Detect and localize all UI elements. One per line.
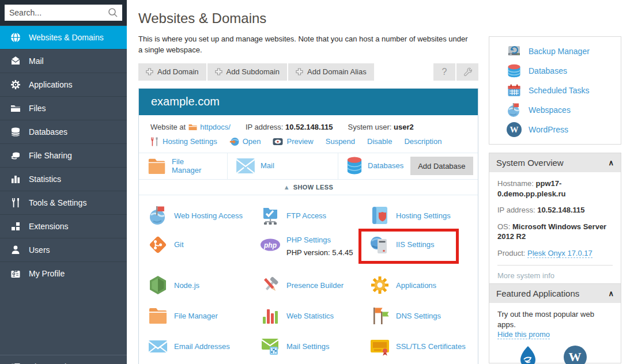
shortcut-label: Databases <box>529 66 567 75</box>
open-label: Open <box>243 137 261 146</box>
sidebar-item-extensions[interactable]: Extensions <box>0 214 127 238</box>
sidebar-item-mail[interactable]: Mail <box>0 49 127 73</box>
envelope-blue-icon <box>148 336 168 357</box>
sidebar-item-file-sharing[interactable]: File Sharing <box>0 143 127 167</box>
website-at-label: Website at <box>150 123 186 131</box>
database-color-icon <box>346 156 363 176</box>
grid-item-ftp-access[interactable]: FTP Access <box>260 200 369 231</box>
description-label: Description <box>404 137 441 146</box>
grid-item-email-addresses[interactable]: Email Addresses <box>148 331 260 362</box>
hide-promo-link[interactable]: Hide this promo <box>497 330 550 339</box>
system-overview-body: Hostname: ppw17-0.demo.pp.plesk.ru IP ad… <box>489 172 621 287</box>
sidebar-item-my-profile[interactable]: My Profile <box>0 261 127 285</box>
search-input[interactable] <box>5 5 122 21</box>
add-domain-alias-button[interactable]: Add Domain Alias <box>288 63 374 81</box>
grid-item-web-hosting-access[interactable]: Web Hosting Access <box>148 200 260 231</box>
grid-item-git[interactable]: Git <box>148 231 260 270</box>
shortcut-scheduled-tasks[interactable]: Scheduled Tasks <box>489 81 621 100</box>
sidebar-item-websites-domains[interactable]: Websites & Domains <box>0 25 127 49</box>
git-icon <box>148 234 168 255</box>
backup-server-icon <box>507 44 522 59</box>
sidebar-item-databases[interactable]: Databases <box>0 120 127 143</box>
add-subdomain-button[interactable]: Add Subdomain <box>207 63 288 81</box>
bars-icon <box>260 305 281 326</box>
search-icon[interactable] <box>108 7 118 20</box>
docroot-link[interactable]: httpdocs/ <box>200 123 231 131</box>
app-tile-drupal[interactable]: Drupal <box>516 346 538 364</box>
sidebar-item-tools-settings[interactable]: Tools & Settings <box>0 191 127 214</box>
product-version-link[interactable]: Plesk Onyx 17.0.17 <box>527 249 593 258</box>
bar-chart-icon <box>10 174 21 184</box>
featured-applications-title: Featured Applications <box>496 289 579 298</box>
quick-access-row: File Manager Mail Databases Add Database <box>139 153 478 180</box>
description-link[interactable]: Description <box>404 137 441 146</box>
system-user-value: user2 <box>394 123 414 131</box>
featured-applications-header[interactable]: Featured Applications ∧ <box>489 284 621 303</box>
gear-yellow-icon <box>369 275 390 295</box>
chevron-up-icon[interactable]: ∧ <box>608 158 614 167</box>
settings-wrench-button[interactable] <box>456 63 478 81</box>
featured-applications-body: Try out the most popular web apps. Hide … <box>489 303 621 364</box>
grid-item-nodejs[interactable]: Node.js <box>148 270 260 301</box>
preview-link[interactable]: Preview <box>273 137 313 146</box>
shortcut-webspaces[interactable]: Webspaces <box>489 100 621 120</box>
more-system-info-link[interactable]: More system info <box>497 271 554 280</box>
sidebar-item-files[interactable]: Files <box>0 96 127 120</box>
show-less-label: SHOW LESS <box>293 184 334 191</box>
grid-item-php-settings[interactable]: php PHP Settings PHP version: 5.4.45 <box>260 231 369 270</box>
sidebar-item-applications[interactable]: Applications <box>0 73 127 96</box>
shortcut-databases[interactable]: Databases <box>489 61 621 81</box>
chevron-up-icon[interactable]: ∧ <box>608 289 614 298</box>
suspend-link[interactable]: Suspend <box>326 137 355 146</box>
shortcut-label: Backup Manager <box>529 47 590 56</box>
sidebar-item-users[interactable]: Users <box>0 238 127 261</box>
databases-link[interactable]: Databases <box>368 161 403 170</box>
hosting-settings-link[interactable]: Hosting Settings <box>150 137 217 146</box>
system-overview-header[interactable]: System Overview ∧ <box>489 153 621 172</box>
grid-item-mail-settings[interactable]: Mail Settings <box>260 331 369 362</box>
grid-item-dns-settings[interactable]: DNS Settings <box>369 301 478 331</box>
orange-folder-icon <box>147 157 167 175</box>
sidebar-item-change-view[interactable]: Change View ⌄ <box>0 355 127 364</box>
help-button[interactable]: ? <box>433 63 455 81</box>
add-domain-label: Add Domain <box>157 67 199 76</box>
plus-icon <box>146 68 153 75</box>
grid-item-iis-settings[interactable]: IIS Settings <box>369 231 478 270</box>
page-title: Websites & Domains <box>138 10 478 26</box>
globe-flag-icon <box>148 205 168 226</box>
sidebar-item-statistics[interactable]: Statistics <box>0 167 127 191</box>
grid-item-applications[interactable]: Applications <box>369 270 478 301</box>
database-icon <box>10 127 21 137</box>
mail-envelope-icon <box>236 158 255 174</box>
ip-label: IP address: <box>246 123 284 131</box>
grid-item-partial-2 <box>260 362 369 364</box>
quick-mail[interactable]: Mail <box>227 153 338 179</box>
show-less-toggle[interactable]: ▲ SHOW LESS <box>139 180 478 195</box>
suspend-label: Suspend <box>326 137 355 146</box>
hosting-settings-label: Hosting Settings <box>163 137 217 146</box>
database-color-icon <box>507 63 522 78</box>
grid-item-label: Node.js <box>174 281 199 290</box>
app-tile-wordpress[interactable]: W WordPress <box>557 346 594 364</box>
grid-item-presence-builder[interactable]: Presence Builder <box>260 270 369 301</box>
grid-item-file-manager[interactable]: File Manager <box>148 301 260 331</box>
sidebar-item-label: Extensions <box>29 222 68 231</box>
grid-item-hosting-settings[interactable]: Hosting Settings <box>369 200 478 231</box>
product-label: Product: <box>497 249 525 257</box>
promo-text: Try out the most popular web apps. <box>497 309 613 330</box>
quick-file-manager[interactable]: File Manager <box>139 153 227 179</box>
add-domain-button[interactable]: Add Domain <box>138 63 206 81</box>
shortcut-backup-manager[interactable]: Backup Manager <box>489 41 621 61</box>
grid-item-ssl-certificates[interactable]: SSL/TLS Certificates <box>369 331 478 362</box>
sidebar-item-label: File Sharing <box>29 151 72 160</box>
open-link[interactable]: Open <box>229 137 261 146</box>
ip-value: 10.52.148.115 <box>537 206 584 214</box>
gear-icon <box>10 79 21 90</box>
share-icon <box>10 150 21 161</box>
shortcuts-panel: Backup Manager Databases Scheduled Tasks… <box>489 36 621 145</box>
id-card-icon <box>10 268 21 279</box>
disable-link[interactable]: Disable <box>367 137 392 146</box>
grid-item-web-statistics[interactable]: Web Statistics <box>260 301 369 331</box>
add-database-button[interactable]: Add Database <box>410 157 473 175</box>
shortcut-wordpress[interactable]: W WordPress <box>489 120 621 139</box>
